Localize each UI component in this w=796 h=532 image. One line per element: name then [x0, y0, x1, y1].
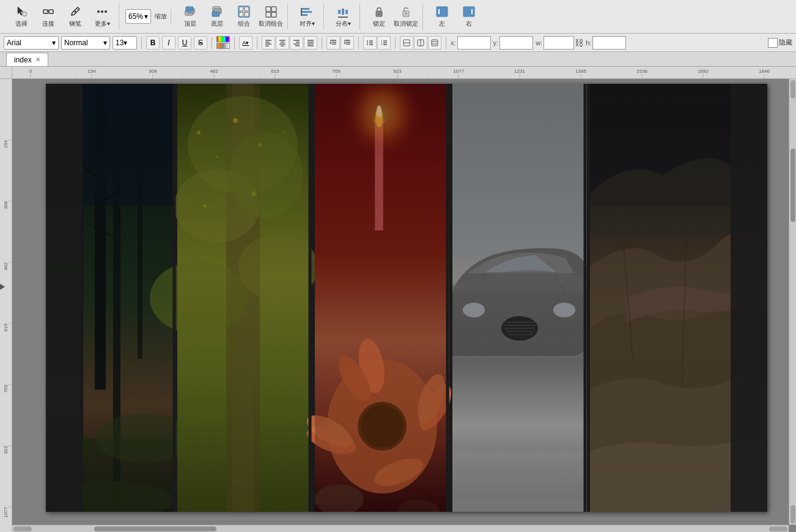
toolbar-second: Arial ▾ Normal ▾ 13 ▾ B I U S A▾: [0, 34, 796, 52]
svg-point-8: [105, 10, 107, 13]
svg-point-62: [367, 40, 368, 42]
svg-rect-21: [271, 7, 276, 12]
svg-rect-200: [177, 84, 309, 512]
group-icon: [237, 5, 251, 18]
zoom-label: 缩放: [155, 12, 167, 21]
lock-label: 锁定: [373, 20, 385, 28]
scrollbar-thumb-v[interactable]: [790, 149, 795, 222]
link-icon: [42, 5, 55, 18]
tool-group-distribute: 分布▾: [326, 3, 360, 30]
svg-rect-23: [271, 12, 276, 17]
y-input[interactable]: [499, 36, 533, 50]
canvas-scroll-area[interactable]: [12, 79, 796, 532]
h-label: h:: [586, 39, 591, 46]
strikethrough-btn[interactable]: S: [194, 36, 207, 50]
tool-group-layers: 顶层 底层 组合: [174, 3, 288, 30]
indent-increase-btn[interactable]: [341, 36, 354, 50]
svg-rect-26: [302, 14, 308, 16]
tab-label: index: [14, 56, 32, 64]
svg-point-35: [405, 13, 407, 15]
svg-text:0: 0: [29, 68, 32, 74]
svg-point-7: [101, 10, 103, 13]
svg-text:923: 923: [3, 445, 9, 454]
separator-8: [446, 37, 446, 49]
italic-label: I: [168, 39, 169, 47]
w-coord-field: w: ⛓: [536, 36, 583, 50]
vertical-scrollbar[interactable]: [789, 79, 796, 525]
ungroup-icon: [264, 5, 278, 18]
h-input[interactable]: [592, 36, 626, 50]
select-tool[interactable]: 选择: [9, 3, 34, 30]
scrollbar-left-btn[interactable]: [13, 526, 32, 531]
font-size-select[interactable]: 13 ▾: [112, 36, 137, 50]
text-align-group: [262, 36, 317, 50]
fill-color-btn[interactable]: [216, 43, 230, 49]
svg-rect-2: [49, 10, 53, 13]
scrollbar-thumb-h[interactable]: [94, 526, 216, 531]
text-align-right-btn[interactable]: [290, 36, 303, 50]
svg-point-33: [378, 13, 380, 15]
canvas-right: 0 154 308 462 615 769 923: [12, 67, 796, 532]
separator-2: [212, 37, 212, 49]
indent-decrease-btn[interactable]: [326, 36, 340, 50]
svg-text:923: 923: [393, 68, 402, 74]
unlock-btn[interactable]: 取消锁定: [393, 3, 419, 30]
canvas-area: 154 308 462 615 769 923 1077: [0, 67, 796, 532]
x-input[interactable]: [457, 36, 491, 50]
font-family-select[interactable]: Arial ▾: [4, 36, 59, 50]
zoom-selector[interactable]: 65% ▾: [125, 9, 151, 24]
svg-text:462: 462: [3, 262, 9, 270]
underline-label: U: [182, 39, 188, 47]
svg-text:1077: 1077: [453, 68, 464, 74]
group-btn[interactable]: 组合: [231, 3, 257, 30]
italic-btn[interactable]: I: [162, 36, 175, 50]
font-style-select[interactable]: Normal ▾: [61, 36, 110, 50]
text-align-justify-btn[interactable]: [304, 36, 317, 50]
left-label: 左: [439, 20, 445, 28]
connect-tool[interactable]: 连接: [35, 3, 61, 30]
list-bullet-btn[interactable]: [363, 36, 377, 50]
left-align-icon: [435, 5, 449, 18]
bottom-layer-btn[interactable]: 底层: [204, 3, 230, 30]
svg-text:615: 615: [271, 68, 279, 74]
style-1-btn[interactable]: [400, 36, 413, 50]
underline-btn[interactable]: U: [178, 36, 191, 50]
underline-style-btn[interactable]: A▾: [239, 36, 252, 50]
style-3-btn[interactable]: [428, 36, 441, 50]
distribute-icon: [336, 5, 350, 18]
select-label: 选择: [15, 20, 28, 28]
ungroup-btn[interactable]: 取消组合: [258, 3, 284, 30]
scrollbar-down-btn[interactable]: [790, 505, 795, 523]
tool-group-lock: 锁定 取消锁定: [363, 3, 423, 30]
hidden-toggle[interactable]: 隐藏: [768, 38, 792, 48]
w-input[interactable]: [544, 36, 574, 50]
text-align-center-btn[interactable]: [276, 36, 289, 50]
more-tool[interactable]: 更多▾: [89, 3, 115, 30]
left-align-btn[interactable]: 左: [429, 3, 455, 30]
distribute-btn[interactable]: 分布▾: [330, 3, 356, 30]
layer-top-icon: [183, 5, 197, 18]
ruler-horizontal-svg: 0 154 308 462 615 769 923: [12, 67, 796, 79]
list-number-btn[interactable]: 1 2 3: [377, 36, 391, 50]
style-2-btn[interactable]: [414, 36, 427, 50]
scrollbar-up-btn[interactable]: [790, 80, 795, 98]
right-align-btn[interactable]: 右: [456, 3, 482, 30]
svg-text:154: 154: [3, 139, 9, 148]
bold-label: B: [150, 39, 156, 47]
horizontal-scrollbar[interactable]: [12, 525, 789, 532]
svg-rect-248: [46, 84, 83, 512]
tab-close-btn[interactable]: ✕: [35, 56, 40, 63]
tab-index[interactable]: index ✕: [6, 53, 48, 66]
font-color-btn[interactable]: [216, 36, 230, 42]
top-layer-label: 顶层: [184, 20, 196, 28]
design-canvas[interactable]: [46, 84, 767, 512]
top-layer-btn[interactable]: 顶层: [177, 3, 203, 30]
align-btn[interactable]: 对齐▾: [294, 3, 320, 30]
separator-4: [257, 37, 257, 49]
text-align-left-btn[interactable]: [262, 36, 275, 50]
scrollbar-right-btn[interactable]: [769, 526, 787, 531]
pen-tool[interactable]: 钢笔: [62, 3, 88, 30]
bold-btn[interactable]: B: [146, 36, 160, 50]
svg-text:1538: 1538: [636, 68, 647, 74]
lock-btn[interactable]: 锁定: [366, 3, 392, 30]
